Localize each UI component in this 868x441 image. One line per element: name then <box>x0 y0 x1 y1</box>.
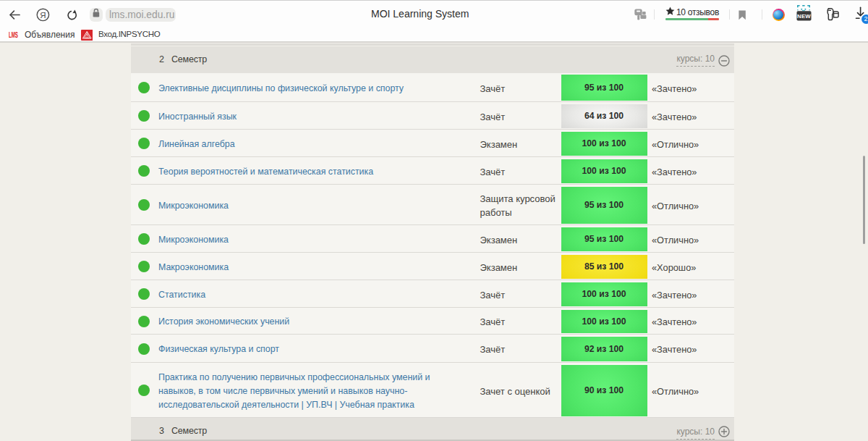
svg-text:NEW: NEW <box>797 13 811 20</box>
svg-text:Я: Я <box>40 11 46 20</box>
